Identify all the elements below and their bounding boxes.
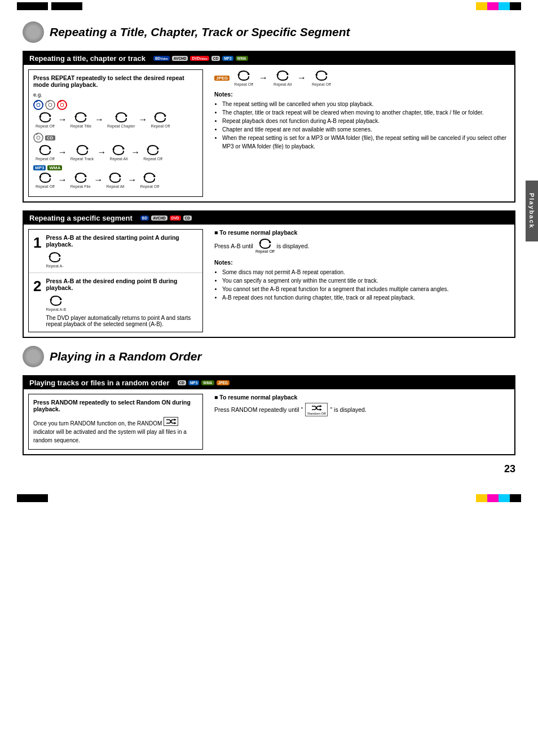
arrow-8: → — [94, 175, 103, 185]
disc-cd-icon — [33, 133, 43, 143]
repeat-ab-icon: Repeat A-B — [46, 295, 66, 311]
arrow-10: → — [259, 73, 268, 83]
arrow-3: → — [139, 115, 148, 125]
section1-eg: e.g. — [33, 91, 198, 98]
section3-body: Press RANDOM repeatedly to select Random… — [24, 389, 514, 454]
step1-content: Press A-B at the desired starting point … — [46, 234, 198, 268]
svg-point-6 — [58, 100, 67, 109]
mp3-repeat-off-2: Repeat Off — [140, 172, 159, 188]
arrow-5: → — [97, 147, 106, 157]
section3-body-text: Once you turn RANDOM function on, the RA… — [33, 417, 198, 445]
step2-note: The DVD player automatically returns to … — [46, 315, 198, 327]
badge-jpeg-3: JPEG — [217, 380, 230, 385]
arrow-9: → — [127, 175, 136, 185]
section1-instruction: Press REPEAT repeatedly to select the de… — [33, 74, 198, 88]
svg-marker-54 — [174, 419, 177, 421]
svg-point-1 — [37, 103, 40, 107]
arrow-1: → — [58, 115, 67, 125]
cd-repeat-all: Repeat All — [109, 144, 127, 161]
repeat-off-2: Repeat Off — [151, 111, 170, 128]
disc-avchd-icon — [45, 100, 55, 110]
section1-left: Press REPEAT repeatedly to select the de… — [28, 69, 203, 197]
badge-avchd-2: AVCHD — [151, 216, 167, 221]
badge-mp3: MP3 — [222, 56, 233, 61]
section1-header: Repeating a title, chapter or track BDVi… — [24, 52, 514, 65]
section2-right: To resume normal playback Press A-B unti… — [208, 225, 514, 337]
section1-notes-list: The repeat setting will be cancelled whe… — [214, 100, 508, 151]
note-item: When the repeat setting is set for a MP3… — [222, 134, 508, 151]
note-item-2: You can specify a segment only within th… — [222, 276, 508, 285]
repeat-title: Repeat Title — [70, 111, 91, 128]
cd-repeat-track: Repeat Track — [70, 144, 94, 161]
section2-notes-title: Notes: — [214, 259, 508, 266]
note-item-2: A-B repeat does not function during chap… — [222, 293, 508, 302]
cd-repeat-off-2: Repeat Off — [143, 144, 162, 161]
svg-marker-55 — [174, 422, 177, 424]
step2-box: 2 Press A-B at the desired ending point … — [29, 273, 202, 332]
badge-mp3-3: MP3 — [188, 380, 199, 385]
svg-point-4 — [48, 103, 52, 107]
section2-header: Repeating a specific segment BD AVCHD DV… — [24, 212, 514, 225]
mp3-repeat-off-1: Repeat Off — [36, 172, 55, 188]
note-item-2: You cannot set the A-B repeat function f… — [222, 285, 508, 293]
repeat-off-1: Repeat Off — [36, 111, 55, 128]
section-random-order: Playing tracks or files in a random orde… — [23, 375, 515, 455]
arrow-7: → — [58, 175, 67, 185]
repeat-a-icon: Repeat A- — [46, 251, 63, 268]
section3-header: Playing tracks or files in a random orde… — [24, 376, 514, 389]
mp3-repeat-all: Repeat All — [107, 172, 125, 188]
badge-cd: CD — [211, 56, 220, 61]
badge-cd-2: CD — [183, 216, 192, 221]
svg-point-17 — [34, 133, 43, 142]
svg-point-18 — [37, 136, 40, 139]
jpeg-repeat-off-2: Repeat Off — [312, 69, 331, 86]
section3-right: To resume normal playback Press RANDOM r… — [208, 389, 514, 454]
random-icon — [164, 417, 178, 426]
step1-box: 1 Press A-B at the desired starting poin… — [29, 230, 202, 273]
badge-dvd: DVDVideo — [190, 56, 209, 61]
arrow-11: → — [297, 73, 306, 83]
step2-content: Press A-B at the desired ending point B … — [46, 278, 198, 327]
section1-notes-title: Notes: — [214, 91, 508, 98]
note-item: Chapter and title repeat are not availab… — [222, 125, 508, 134]
main-title: Repeating a Title, Chapter, Track or Spe… — [50, 25, 350, 39]
arrow-6: → — [131, 147, 140, 157]
svg-point-3 — [46, 100, 55, 109]
note-item-2: Some discs may not permit A-B repeat ope… — [222, 268, 508, 276]
disc-bd-icon — [33, 100, 43, 110]
svg-marker-63 — [320, 408, 322, 411]
resume-title-3: To resume normal playback — [214, 394, 508, 401]
resume-text-3: Press RANDOM repeatedly until " — [214, 403, 508, 416]
section1-right: JPEG Repeat Off → Repeat All → — [208, 65, 514, 201]
note-item: Repeat playback does not function during… — [222, 117, 508, 125]
badge-dvd-2: DVD — [170, 216, 181, 221]
label-cd: CD — [45, 135, 55, 140]
svg-marker-62 — [320, 405, 322, 407]
badge-bd-2: BD — [140, 216, 149, 221]
cd-repeat-off-1: Repeat Off — [36, 144, 55, 161]
jpeg-repeat-off-1: Repeat Off — [234, 69, 253, 86]
step1-title: Press A-B at the desired starting point … — [46, 234, 198, 248]
badge-wma-3: WMA — [201, 380, 214, 385]
svg-point-7 — [60, 103, 64, 107]
page-number: 23 — [23, 463, 515, 475]
badge-cd-3: CD — [178, 380, 186, 385]
section-repeat-title-chapter-track: Repeating a title, chapter or track BDVi… — [23, 51, 515, 203]
label-wma: WMA — [47, 165, 62, 170]
section2-body: 1 Press A-B at the desired starting poin… — [24, 225, 514, 337]
label-mp3: MP3 — [33, 165, 46, 170]
note-item: The chapter, title or track repeat will … — [222, 108, 508, 117]
section3-left: Press RANDOM repeatedly to select Random… — [28, 394, 203, 450]
resume-box-3: To resume normal playback Press RANDOM r… — [214, 394, 508, 416]
arrow-2: → — [95, 115, 104, 125]
section-repeat-specific-segment: Repeating a specific segment BD AVCHD DV… — [23, 210, 515, 338]
mp3-repeat-file: Repeat File — [70, 172, 91, 188]
disc-dvd-icon — [57, 100, 67, 110]
step2-title: Press A-B at the desired ending point B … — [46, 278, 198, 291]
resume-text-2: Press A-B until Repeat Off is displayed. — [214, 238, 508, 253]
section1-body: Press REPEAT repeatedly to select the de… — [24, 65, 514, 201]
resume-box-2: To resume normal playback Press A-B unti… — [214, 229, 508, 253]
badge-bd: BDVideo — [153, 56, 170, 61]
label-jpeg: JPEG — [214, 76, 230, 81]
jpeg-repeat-all: Repeat All — [274, 69, 292, 86]
